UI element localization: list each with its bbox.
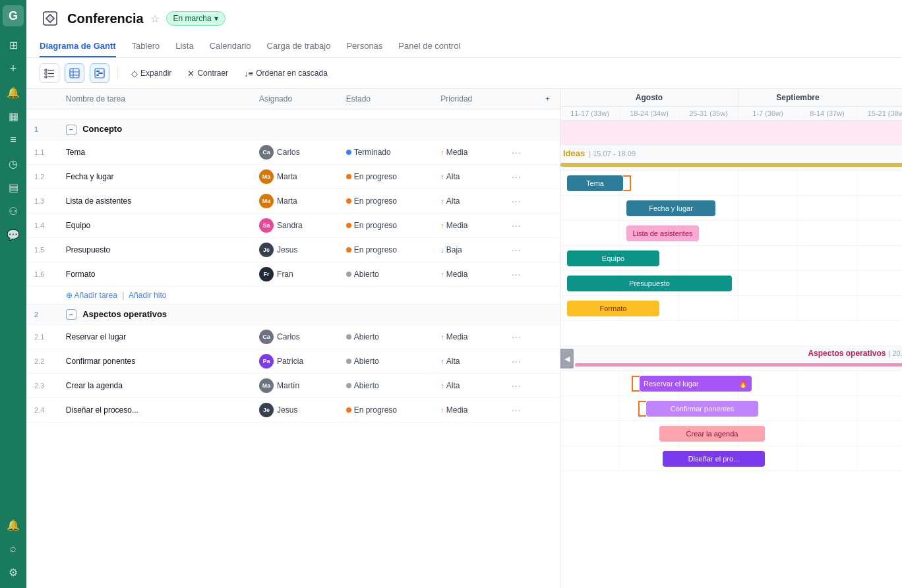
avatar: Ma xyxy=(259,169,274,184)
tab-calendario[interactable]: Calendario xyxy=(210,36,251,57)
task-status: En progreso xyxy=(338,164,433,189)
chart-icon[interactable]: ▤ xyxy=(3,177,24,198)
grid-icon[interactable]: ▦ xyxy=(3,105,24,127)
tab-tablero[interactable]: Tablero xyxy=(132,36,160,57)
row-actions-btn[interactable]: ··· xyxy=(512,356,522,367)
status-dot xyxy=(346,383,351,388)
task-assignee: Ca Carlos xyxy=(251,325,338,349)
table-row: 1.2 Fecha y lugar Ma Marta En progreso xyxy=(26,164,560,189)
row-actions-btn[interactable]: ··· xyxy=(512,332,522,342)
gantt-bar-equipo[interactable]: Equipo xyxy=(567,250,659,266)
row-actions-btn[interactable]: ··· xyxy=(512,147,522,158)
group-num-2: 2 xyxy=(26,304,58,325)
favorite-icon[interactable]: ☆ xyxy=(150,13,160,25)
avatar: Ca xyxy=(259,330,274,344)
gantt-bar-reservar[interactable]: Reservar el lugar🔥 xyxy=(640,376,752,392)
cascade-btn[interactable]: ↓≡ Ordenar en cascada xyxy=(239,66,333,81)
chat-icon[interactable]: 💬 xyxy=(3,224,24,245)
add-task-btn[interactable]: ⊕ Añadir tarea xyxy=(66,291,117,300)
task-assignee: Pa Patricia xyxy=(251,349,338,374)
gantt-empty-row xyxy=(560,121,902,146)
bell-icon[interactable]: 🔔 xyxy=(3,82,24,103)
app-logo[interactable]: G xyxy=(3,5,24,26)
task-name: Diseñar el proceso... xyxy=(58,398,251,423)
row-actions-btn[interactable]: ··· xyxy=(512,380,522,391)
gantt-months: Agosto Septiembre xyxy=(560,89,902,107)
priority-icon: ↑ xyxy=(440,148,444,156)
row-actions-btn[interactable]: ··· xyxy=(512,171,522,182)
settings-icon[interactable]: ⚙ xyxy=(3,562,24,583)
expand-icon: ◇ xyxy=(131,69,138,78)
gantt-view-btn[interactable] xyxy=(90,63,109,83)
gantt-bar-disenar[interactable]: Diseñar el pro... xyxy=(663,451,765,467)
add-milestone-btn[interactable]: Añadir hito xyxy=(129,291,166,300)
task-priority: ↑ Alta xyxy=(433,164,504,189)
gantt-bar-lista[interactable]: Lista de asistentes xyxy=(626,225,699,241)
task-name: Reservar el lugar xyxy=(58,325,251,349)
task-assignee: Sa Sandra xyxy=(251,213,338,237)
add-column-btn[interactable]: + xyxy=(535,89,560,109)
main-content: Conferencia ☆ En marcha ▾ Diagrama de Ga… xyxy=(26,0,902,588)
checklist-view-btn[interactable] xyxy=(40,63,59,83)
svg-rect-5 xyxy=(45,73,47,74)
tab-panel[interactable]: Panel de control xyxy=(398,36,460,57)
clock-icon[interactable]: ◷ xyxy=(3,153,24,174)
avatar: Ca xyxy=(259,145,274,160)
col-priority: Prioridad xyxy=(433,89,504,109)
add-icon[interactable]: + xyxy=(3,58,24,79)
tab-carga[interactable]: Carga de trabajo xyxy=(267,36,331,57)
toolbar-separator-1 xyxy=(117,67,118,80)
collapse-group-2[interactable]: − xyxy=(66,309,76,320)
home-icon[interactable]: ⊞ xyxy=(3,34,24,55)
gantt-bar-presupuesto[interactable]: Presupuesto xyxy=(567,276,732,291)
gantt-col xyxy=(857,171,902,195)
svg-rect-3 xyxy=(45,69,47,71)
chevron-down-icon: ▾ xyxy=(214,14,218,23)
list-icon[interactable]: ≡ xyxy=(3,129,24,150)
group-title-1: − Concepto xyxy=(58,119,535,140)
status-dot xyxy=(346,334,351,339)
row-actions-btn[interactable]: ··· xyxy=(512,245,522,255)
task-status: En progreso xyxy=(338,237,433,262)
row-actions-btn[interactable]: ··· xyxy=(512,220,522,231)
gantt-bar-agenda[interactable]: Crear la agenda xyxy=(659,426,765,442)
status-dot xyxy=(346,359,351,364)
table-view-btn[interactable] xyxy=(65,63,84,83)
expand-btn[interactable]: ◇ Expandir xyxy=(126,66,177,81)
avatar: Je xyxy=(259,403,274,417)
collapse-btn[interactable]: ✕ Contraer xyxy=(182,66,233,81)
group-row-1: 1 − Concepto xyxy=(26,119,560,140)
gantt-body: Ideas | 15.07 - 18.09 Tema xyxy=(560,121,902,471)
task-status: Abierto xyxy=(338,262,433,286)
gantt-row-1-3: Lista de asistentes xyxy=(560,221,902,246)
gantt-bar-formato[interactable]: Formato xyxy=(567,301,659,316)
week-35: 25-31 (35w) xyxy=(679,107,738,120)
tab-gantt[interactable]: Diagrama de Gantt xyxy=(40,36,116,57)
col-num xyxy=(26,89,58,109)
gantt-bar-confirmar[interactable]: Confirmar ponentes xyxy=(646,401,758,417)
collapse-icon: ✕ xyxy=(187,69,195,78)
task-assignee: Ma Marta xyxy=(251,164,338,189)
search-icon[interactable]: ⌕ xyxy=(3,538,24,559)
notification-bottom-icon[interactable]: 🔔 xyxy=(3,514,24,535)
tab-personas[interactable]: Personas xyxy=(346,36,382,57)
table-row: 1.5 Presupuesto Je Jesus En progreso xyxy=(26,237,560,262)
row-actions-btn[interactable]: ··· xyxy=(512,269,522,279)
gantt-header: Agosto Septiembre 11-17 (33w) 18-24 (34w… xyxy=(560,89,902,121)
task-name: Fecha y lugar xyxy=(58,164,251,189)
task-status: Abierto xyxy=(338,374,433,398)
content-area: Nombre de tarea Asignado Estado Priorida… xyxy=(26,89,902,588)
row-actions-btn[interactable]: ··· xyxy=(512,405,522,415)
gantt-bar-fecha[interactable]: Fecha y lugar xyxy=(626,200,715,216)
tab-lista[interactable]: Lista xyxy=(175,36,193,57)
gantt-row-1-1: Tema xyxy=(560,171,902,196)
collapse-group-1[interactable]: − xyxy=(66,125,76,135)
group-title-2: − Aspectos operativos xyxy=(58,304,535,325)
people-icon[interactable]: ⚇ xyxy=(3,200,24,221)
status-badge[interactable]: En marcha ▾ xyxy=(166,11,226,26)
gantt-bar-tema[interactable]: Tema xyxy=(567,175,623,191)
scroll-back-btn[interactable]: ◀ xyxy=(560,349,574,368)
status-dot xyxy=(346,150,351,155)
row-actions-btn[interactable]: ··· xyxy=(512,196,522,206)
status-dot xyxy=(346,223,351,228)
